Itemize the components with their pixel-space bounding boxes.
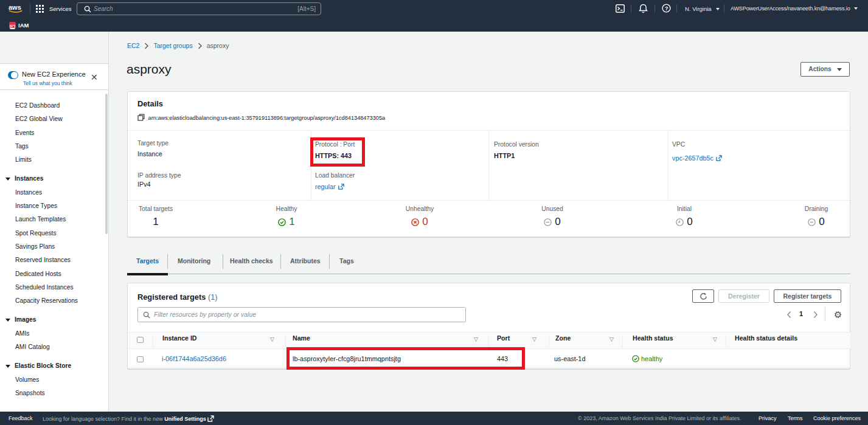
svg-text:?: ? bbox=[665, 5, 668, 12]
svg-text:aws: aws bbox=[9, 4, 21, 11]
